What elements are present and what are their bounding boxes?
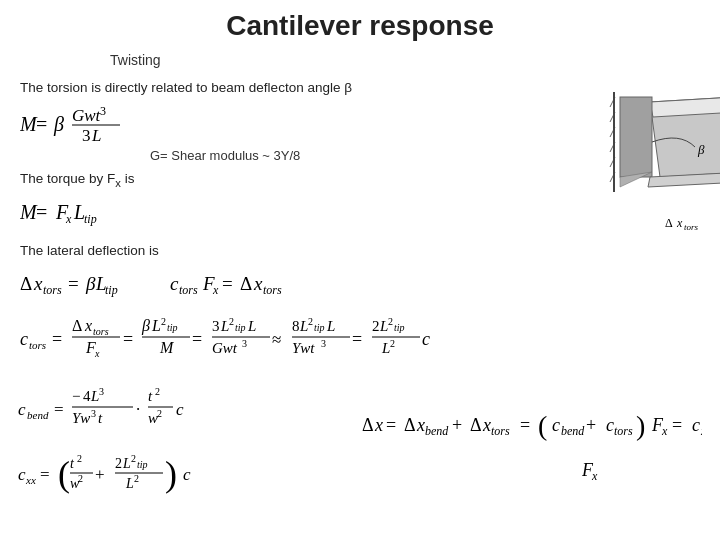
svg-text:c: c — [18, 400, 26, 419]
svg-text:2: 2 — [161, 316, 166, 327]
svg-text:x: x — [661, 424, 668, 438]
svg-text:L: L — [247, 318, 256, 334]
svg-text:bend: bend — [561, 424, 585, 438]
svg-text:tors: tors — [684, 222, 699, 232]
svg-text:L: L — [379, 318, 388, 334]
svg-text:=: = — [52, 329, 62, 349]
svg-text:L: L — [220, 318, 229, 334]
torque-text: The torque by Fx is — [20, 171, 580, 189]
svg-text:8: 8 — [292, 318, 300, 334]
formula-cxx: c xx = ( t 2 w 2 + 2 L 2 tip L 2 — [18, 444, 352, 510]
svg-text:x: x — [591, 469, 598, 483]
svg-text:2: 2 — [115, 456, 122, 471]
svg-text:β: β — [85, 273, 96, 294]
svg-text:(: ( — [58, 454, 70, 494]
svg-text:Δ: Δ — [470, 415, 482, 435]
svg-text:c: c — [18, 465, 26, 484]
svg-text:2: 2 — [372, 318, 380, 334]
svg-text:=: = — [40, 465, 50, 484]
svg-text:β: β — [53, 113, 64, 136]
svg-text:L: L — [299, 318, 308, 334]
svg-text:L: L — [122, 456, 131, 471]
svg-text:3: 3 — [321, 338, 326, 349]
svg-text:Ywt: Ywt — [292, 340, 315, 356]
svg-text:x: x — [65, 212, 72, 226]
cantilever-beam-illustration: z F x — [590, 72, 720, 374]
svg-text:tors: tors — [179, 283, 198, 297]
lateral-text: The lateral deflection is — [20, 243, 580, 258]
svg-text:3: 3 — [99, 386, 104, 397]
svg-text:xx: xx — [700, 424, 702, 438]
svg-text:x: x — [676, 216, 683, 230]
svg-text:x: x — [94, 348, 100, 359]
svg-text:tip: tip — [84, 212, 97, 226]
svg-text:+: + — [452, 415, 462, 435]
svg-text:c: c — [20, 329, 28, 349]
svg-text:x: x — [374, 415, 383, 435]
svg-text:Δ: Δ — [362, 415, 374, 435]
svg-text:tip: tip — [235, 322, 246, 333]
svg-text:3: 3 — [91, 408, 96, 419]
formula-cbend: c bend = − 4 L 3 Yw 3 t · t 2 w 2 — [18, 379, 352, 441]
svg-text:=: = — [36, 201, 47, 223]
svg-text:c: c — [170, 273, 179, 294]
section-twisting: Twisting — [110, 52, 720, 68]
svg-text:Gwt: Gwt — [72, 106, 102, 125]
svg-text:2: 2 — [388, 316, 393, 327]
svg-text:tors: tors — [263, 283, 282, 297]
svg-text:x: x — [212, 283, 219, 297]
svg-text:t: t — [98, 410, 103, 426]
svg-text:bend: bend — [27, 409, 49, 421]
svg-text:Δ: Δ — [20, 273, 32, 294]
svg-text:3: 3 — [100, 104, 106, 118]
svg-text:β: β — [697, 142, 705, 157]
svg-text:c: c — [552, 415, 560, 435]
svg-text:=: = — [222, 273, 233, 294]
svg-text:x: x — [84, 317, 92, 334]
svg-text:tors: tors — [43, 283, 62, 297]
svg-text:M: M — [159, 339, 175, 356]
svg-text:tip: tip — [394, 322, 405, 333]
svg-text:tors: tors — [491, 424, 510, 438]
svg-text:=: = — [36, 113, 47, 135]
svg-text:c: c — [692, 415, 700, 435]
svg-text:2: 2 — [308, 316, 313, 327]
svg-text:): ) — [165, 454, 177, 494]
svg-text:=: = — [386, 415, 396, 435]
svg-text:+: + — [95, 465, 105, 484]
formula-ctors-expansion: c tors = Δ x tors F x = β L 2 tip M = — [20, 309, 580, 371]
svg-text:L: L — [151, 317, 161, 334]
svg-text:Δ: Δ — [665, 216, 673, 230]
svg-text:x: x — [416, 415, 425, 435]
svg-text:=: = — [68, 273, 79, 294]
svg-text:4: 4 — [83, 388, 91, 404]
svg-text:tors: tors — [614, 424, 633, 438]
shear-note: G= Shear modulus ~ 3Y/8 — [150, 148, 580, 163]
svg-text:2: 2 — [157, 408, 162, 419]
svg-text:L: L — [90, 388, 99, 404]
svg-text:): ) — [636, 410, 645, 441]
svg-text:·: · — [136, 400, 140, 419]
svg-text:Yw: Yw — [72, 410, 90, 426]
svg-text:t: t — [148, 388, 153, 404]
formula-torque: M = F x L tip — [20, 193, 580, 235]
svg-text:β: β — [141, 317, 150, 335]
svg-text:c: c — [183, 465, 191, 484]
svg-text:c: c — [176, 400, 184, 419]
svg-text:2: 2 — [390, 338, 395, 349]
svg-text:2: 2 — [155, 386, 160, 397]
svg-text:2: 2 — [131, 453, 136, 464]
svg-text:≈: ≈ — [272, 330, 281, 349]
svg-text:2: 2 — [134, 473, 139, 484]
svg-text:t: t — [70, 456, 75, 471]
svg-text:=: = — [123, 329, 133, 349]
svg-text:2: 2 — [78, 473, 83, 484]
svg-text:L: L — [381, 340, 390, 356]
svg-text:3: 3 — [242, 338, 247, 349]
svg-marker-75 — [650, 97, 720, 117]
svg-text:3: 3 — [82, 126, 91, 145]
svg-text:+: + — [586, 415, 596, 435]
svg-text:=: = — [352, 329, 362, 349]
svg-text:tip: tip — [137, 459, 148, 470]
svg-text:Δ: Δ — [72, 317, 82, 334]
